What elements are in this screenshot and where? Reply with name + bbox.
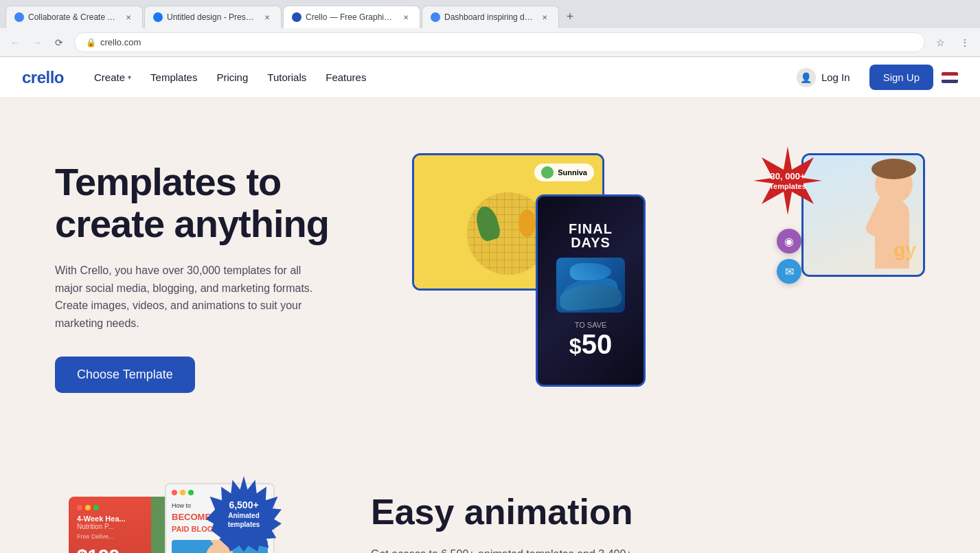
flag-icon: [942, 72, 958, 83]
tab-bar: Collaborate & Create Amazing C... ✕ Unti…: [0, 0, 980, 28]
nav-right: 👤 Log In Sign Up: [786, 63, 958, 93]
tab-2[interactable]: Untitled design - Presentation (1... ✕: [144, 5, 282, 28]
gy-text: gy: [893, 239, 916, 261]
nav-links: Create ▾ Templates Pricing Tutorials Fea…: [86, 66, 786, 89]
user-icon: 👤: [797, 68, 816, 87]
hero-heading: Templates to create anything: [55, 161, 385, 245]
tab-3-favicon: [292, 12, 301, 22]
blue-burst-badge: 6,500+ Animated templates: [206, 476, 282, 552]
nav-create[interactable]: Create ▾: [86, 66, 139, 89]
tab-2-title: Untitled design - Presentation (1...: [167, 12, 258, 22]
navbar: crello Create ▾ Templates Pricing Tutori…: [0, 57, 980, 98]
blog-dot-green: [188, 490, 194, 495]
tab-2-favicon: [153, 12, 163, 22]
tab-4-title: Dashboard inspiring designs - G...: [444, 12, 535, 22]
animation-description: Get access to 6,500+ animated templates …: [371, 545, 659, 553]
tab-1[interactable]: Collaborate & Create Amazing C... ✕: [5, 5, 143, 28]
tab-4-close[interactable]: ✕: [539, 12, 550, 23]
shoe-image: [556, 258, 625, 313]
blue-burst-text: 6,500+ Animated templates: [228, 499, 260, 529]
animation-heading: Easy animation: [371, 493, 925, 532]
tab-4[interactable]: Dashboard inspiring designs - G... ✕: [422, 5, 559, 28]
nav-templates[interactable]: Templates: [142, 66, 205, 89]
tab-3-title: Crello — Free Graphic Design So...: [306, 12, 396, 22]
browser-chrome: Collaborate & Create Amazing C... ✕ Unti…: [0, 0, 980, 57]
tab-1-favicon: [14, 12, 24, 22]
final-days-text: FINALDAYS: [569, 222, 613, 249]
nav-buttons: ← → ⟳: [5, 33, 69, 52]
choose-template-button[interactable]: Choose Template: [55, 357, 195, 393]
tab-4-favicon: [431, 12, 440, 22]
tab-3-close[interactable]: ✕: [400, 12, 411, 23]
website-content: crello Create ▾ Templates Pricing Tutori…: [0, 57, 980, 553]
back-button[interactable]: ←: [5, 33, 25, 52]
dot-red: [77, 505, 82, 510]
animation-text: Easy animation Get access to 6,500+ anim…: [371, 493, 925, 553]
red-burst-badge: 30, 000+ Templates: [753, 146, 822, 215]
animation-images: 4-Week Hea... Nutrition P... Free Delive…: [55, 483, 330, 553]
animation-section: 4-Week Hea... Nutrition P... Free Delive…: [0, 442, 980, 553]
tab-2-close[interactable]: ✕: [262, 12, 273, 23]
tab-1-title: Collaborate & Create Amazing C...: [28, 12, 119, 22]
menu-button[interactable]: ⋮: [955, 33, 975, 52]
url-text: crello.com: [100, 37, 141, 47]
tab-3[interactable]: Crello — Free Graphic Design So... ✕: [283, 5, 420, 28]
new-tab-button[interactable]: +: [560, 8, 580, 27]
hero-section: Templates to create anything With Crello…: [0, 98, 980, 442]
social-icons: ◉ ✉: [777, 229, 801, 284]
hero-text: Templates to create anything With Crello…: [55, 161, 385, 394]
address-bar: ← → ⟳ 🔒 crello.com ☆ ⋮: [0, 28, 980, 56]
message-icon: ✉: [777, 259, 801, 284]
rss-icon: ◉: [777, 229, 801, 253]
lock-icon: 🔒: [86, 38, 96, 47]
bookmark-button[interactable]: ☆: [931, 33, 950, 52]
phone-card: FINALDAYS TO SAVE $50: [536, 194, 646, 387]
blog-dot-yellow: [180, 490, 185, 495]
burst-text: 30, 000+ Templates: [769, 171, 806, 191]
url-bar[interactable]: 🔒 crello.com: [74, 32, 925, 52]
blog-dot-red: [172, 490, 177, 495]
sunniva-badge: Sunniva: [534, 163, 594, 181]
price-text: $50: [569, 329, 612, 360]
hero-images: Sunniva FINALDAYS: [412, 139, 939, 414]
save-text: TO SAVE: [575, 321, 607, 329]
refresh-button[interactable]: ⟳: [49, 33, 69, 52]
login-button[interactable]: 👤 Log In: [786, 63, 861, 93]
nav-tutorials[interactable]: Tutorials: [259, 66, 315, 89]
chevron-down-icon: ▾: [128, 74, 131, 81]
tab-1-close[interactable]: ✕: [123, 12, 134, 23]
nav-pricing[interactable]: Pricing: [208, 66, 256, 89]
dot-yellow: [85, 505, 91, 510]
phone-inner: FINALDAYS TO SAVE $50: [538, 196, 643, 385]
nav-features[interactable]: Features: [317, 66, 374, 89]
logo[interactable]: crello: [22, 68, 64, 87]
dot-green: [93, 505, 99, 510]
hero-description: With Crello, you have over 30,000 templa…: [55, 262, 330, 332]
forward-button[interactable]: →: [27, 33, 47, 52]
signup-button[interactable]: Sign Up: [869, 65, 933, 90]
